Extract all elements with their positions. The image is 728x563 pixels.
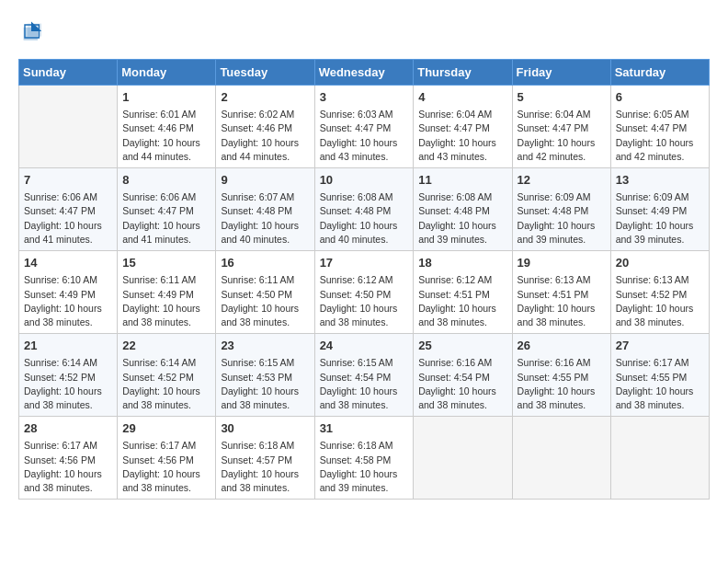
day-number: 31	[320, 420, 409, 437]
day-info: Sunrise: 6:13 AMSunset: 4:52 PMDaylight:…	[616, 273, 704, 329]
calendar-cell: 3Sunrise: 6:03 AMSunset: 4:47 PMDaylight…	[314, 86, 414, 168]
calendar-cell	[414, 417, 512, 500]
day-info: Sunrise: 6:01 AMSunset: 4:46 PMDaylight:…	[122, 108, 210, 164]
day-number: 2	[221, 89, 309, 106]
calendar-cell: 13Sunrise: 6:09 AMSunset: 4:49 PMDayligh…	[610, 168, 709, 251]
day-number: 3	[320, 89, 409, 106]
calendar-cell: 17Sunrise: 6:12 AMSunset: 4:50 PMDayligh…	[314, 251, 414, 334]
day-info: Sunrise: 6:17 AMSunset: 4:56 PMDaylight:…	[122, 439, 210, 495]
calendar-table: SundayMondayTuesdayWednesdayThursdayFrid…	[18, 59, 710, 500]
calendar-cell: 23Sunrise: 6:15 AMSunset: 4:53 PMDayligh…	[216, 334, 314, 417]
day-number: 14	[24, 255, 112, 271]
day-info: Sunrise: 6:17 AMSunset: 4:55 PMDaylight:…	[616, 356, 704, 412]
day-number: 23	[221, 338, 309, 354]
day-info: Sunrise: 6:08 AMSunset: 4:48 PMDaylight:…	[320, 190, 409, 247]
calendar-cell: 19Sunrise: 6:13 AMSunset: 4:51 PMDayligh…	[512, 251, 610, 334]
day-info: Sunrise: 6:14 AMSunset: 4:52 PMDaylight:…	[24, 356, 112, 412]
day-number: 30	[221, 420, 309, 437]
day-number: 9	[221, 172, 309, 189]
day-number: 10	[320, 172, 409, 189]
day-number: 26	[518, 338, 606, 354]
calendar-cell: 14Sunrise: 6:10 AMSunset: 4:49 PMDayligh…	[19, 251, 118, 334]
day-info: Sunrise: 6:04 AMSunset: 4:47 PMDaylight:…	[418, 108, 506, 164]
day-number: 8	[122, 172, 210, 189]
day-info: Sunrise: 6:18 AMSunset: 4:58 PMDaylight:…	[320, 439, 409, 495]
calendar-cell	[512, 417, 610, 500]
calendar-cell: 2Sunrise: 6:02 AMSunset: 4:46 PMDaylight…	[216, 86, 314, 168]
day-number: 13	[616, 172, 704, 189]
calendar-week-3: 14Sunrise: 6:10 AMSunset: 4:49 PMDayligh…	[19, 251, 710, 334]
day-number: 1	[122, 89, 210, 106]
day-info: Sunrise: 6:17 AMSunset: 4:56 PMDaylight:…	[24, 439, 112, 495]
day-info: Sunrise: 6:05 AMSunset: 4:47 PMDaylight:…	[616, 108, 704, 164]
calendar-header-tuesday: Tuesday	[216, 60, 314, 86]
day-info: Sunrise: 6:11 AMSunset: 4:50 PMDaylight:…	[221, 273, 309, 329]
calendar-cell: 6Sunrise: 6:05 AMSunset: 4:47 PMDaylight…	[610, 86, 709, 168]
day-info: Sunrise: 6:07 AMSunset: 4:48 PMDaylight:…	[221, 190, 309, 247]
day-number: 21	[24, 338, 112, 354]
day-number: 18	[418, 255, 506, 271]
calendar-cell: 18Sunrise: 6:12 AMSunset: 4:51 PMDayligh…	[414, 251, 512, 334]
day-info: Sunrise: 6:16 AMSunset: 4:55 PMDaylight:…	[518, 356, 606, 412]
calendar-cell: 21Sunrise: 6:14 AMSunset: 4:52 PMDayligh…	[19, 334, 118, 417]
day-number: 6	[616, 89, 704, 106]
calendar-header-saturday: Saturday	[610, 60, 709, 86]
calendar-cell: 20Sunrise: 6:13 AMSunset: 4:52 PMDayligh…	[610, 251, 709, 334]
day-number: 16	[221, 255, 309, 271]
day-number: 28	[24, 420, 112, 437]
calendar-cell	[19, 86, 118, 168]
day-info: Sunrise: 6:14 AMSunset: 4:52 PMDaylight:…	[122, 356, 210, 412]
day-info: Sunrise: 6:15 AMSunset: 4:53 PMDaylight:…	[221, 356, 309, 412]
day-number: 5	[518, 89, 606, 106]
calendar-cell: 10Sunrise: 6:08 AMSunset: 4:48 PMDayligh…	[314, 168, 414, 251]
calendar-header-sunday: Sunday	[19, 60, 118, 86]
day-number: 15	[122, 255, 210, 271]
calendar-header-thursday: Thursday	[414, 60, 512, 86]
calendar-cell: 5Sunrise: 6:04 AMSunset: 4:47 PMDaylight…	[512, 86, 610, 168]
calendar-cell: 22Sunrise: 6:14 AMSunset: 4:52 PMDayligh…	[118, 334, 216, 417]
calendar-cell	[610, 417, 709, 500]
calendar-cell: 27Sunrise: 6:17 AMSunset: 4:55 PMDayligh…	[610, 334, 709, 417]
day-info: Sunrise: 6:18 AMSunset: 4:57 PMDaylight:…	[221, 439, 309, 495]
logo	[18, 18, 48, 44]
day-info: Sunrise: 6:12 AMSunset: 4:50 PMDaylight:…	[320, 273, 409, 329]
day-info: Sunrise: 6:06 AMSunset: 4:47 PMDaylight:…	[122, 190, 210, 247]
day-info: Sunrise: 6:09 AMSunset: 4:49 PMDaylight:…	[616, 190, 704, 247]
calendar-week-2: 7Sunrise: 6:06 AMSunset: 4:47 PMDaylight…	[19, 168, 710, 251]
day-number: 19	[518, 255, 606, 271]
day-number: 7	[24, 172, 112, 189]
day-info: Sunrise: 6:15 AMSunset: 4:54 PMDaylight:…	[320, 356, 409, 412]
day-info: Sunrise: 6:06 AMSunset: 4:47 PMDaylight:…	[24, 190, 112, 247]
calendar-cell: 4Sunrise: 6:04 AMSunset: 4:47 PMDaylight…	[414, 86, 512, 168]
day-number: 27	[616, 338, 704, 354]
calendar-header-row: SundayMondayTuesdayWednesdayThursdayFrid…	[19, 60, 710, 86]
calendar-header-wednesday: Wednesday	[314, 60, 414, 86]
day-number: 22	[122, 338, 210, 354]
calendar-cell: 25Sunrise: 6:16 AMSunset: 4:54 PMDayligh…	[414, 334, 512, 417]
calendar-cell: 15Sunrise: 6:11 AMSunset: 4:49 PMDayligh…	[118, 251, 216, 334]
day-number: 24	[320, 338, 409, 354]
calendar-week-5: 28Sunrise: 6:17 AMSunset: 4:56 PMDayligh…	[19, 417, 710, 500]
calendar-header-friday: Friday	[512, 60, 610, 86]
calendar-cell: 1Sunrise: 6:01 AMSunset: 4:46 PMDaylight…	[118, 86, 216, 168]
day-number: 11	[418, 172, 506, 189]
day-info: Sunrise: 6:09 AMSunset: 4:48 PMDaylight:…	[518, 190, 606, 247]
calendar-cell: 28Sunrise: 6:17 AMSunset: 4:56 PMDayligh…	[19, 417, 118, 500]
calendar-cell: 7Sunrise: 6:06 AMSunset: 4:47 PMDaylight…	[19, 168, 118, 251]
calendar-header-monday: Monday	[118, 60, 216, 86]
day-number: 29	[122, 420, 210, 437]
calendar-cell: 12Sunrise: 6:09 AMSunset: 4:48 PMDayligh…	[512, 168, 610, 251]
day-number: 20	[616, 255, 704, 271]
calendar-cell: 30Sunrise: 6:18 AMSunset: 4:57 PMDayligh…	[216, 417, 314, 500]
day-number: 4	[418, 89, 506, 106]
calendar-cell: 26Sunrise: 6:16 AMSunset: 4:55 PMDayligh…	[512, 334, 610, 417]
calendar-cell: 11Sunrise: 6:08 AMSunset: 4:48 PMDayligh…	[414, 168, 512, 251]
calendar-cell: 16Sunrise: 6:11 AMSunset: 4:50 PMDayligh…	[216, 251, 314, 334]
day-info: Sunrise: 6:10 AMSunset: 4:49 PMDaylight:…	[24, 273, 112, 329]
calendar-cell: 24Sunrise: 6:15 AMSunset: 4:54 PMDayligh…	[314, 334, 414, 417]
day-number: 12	[518, 172, 606, 189]
calendar-cell: 8Sunrise: 6:06 AMSunset: 4:47 PMDaylight…	[118, 168, 216, 251]
logo-icon	[18, 18, 44, 44]
day-info: Sunrise: 6:08 AMSunset: 4:48 PMDaylight:…	[418, 190, 506, 247]
calendar-cell: 9Sunrise: 6:07 AMSunset: 4:48 PMDaylight…	[216, 168, 314, 251]
